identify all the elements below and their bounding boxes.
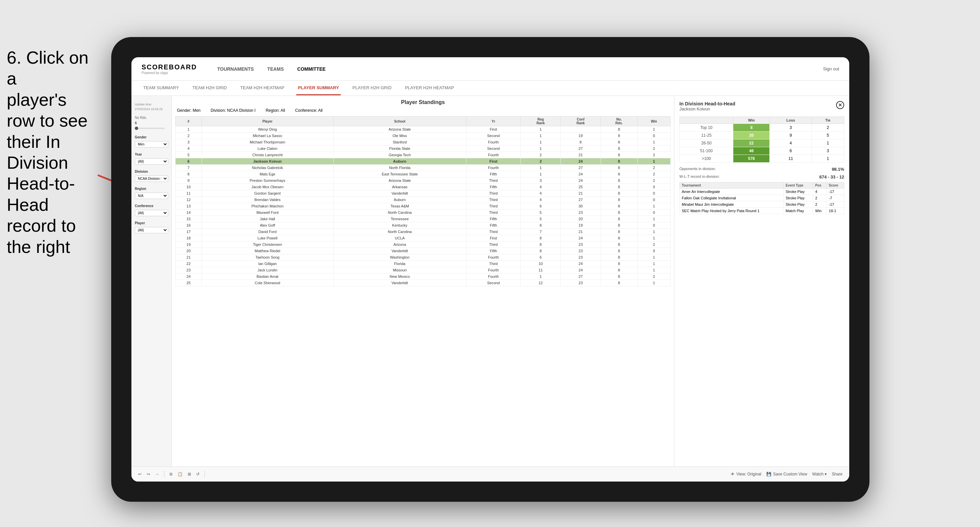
nav-committee[interactable]: COMMITTEE — [297, 65, 326, 73]
cell-reg: 4 — [521, 197, 561, 203]
refresh-btn[interactable]: ↺ — [196, 472, 199, 476]
share-btn[interactable]: Share — [832, 472, 843, 476]
toolbar: ↩ ↪ → ⧉ 📋 ⊞ ↺ 👁 View: Original 💾 Save Cu… — [131, 467, 849, 481]
cell-reg: 4 — [521, 184, 561, 190]
col-player: Player — [202, 116, 333, 126]
h2h-loss: 11 — [770, 155, 812, 163]
cell-win: 0 — [638, 197, 671, 203]
redo-btn[interactable]: ↪ — [146, 472, 150, 476]
player-select[interactable]: (All) — [135, 227, 168, 233]
table-row[interactable]: 24 Bastian Amat New Mexico Fourth 1 27 8… — [176, 273, 671, 280]
table-row[interactable]: 21 Taehoon Song Washington Fourth 6 23 8… — [176, 254, 671, 260]
sign-out-btn[interactable]: Sign out — [823, 66, 839, 71]
toolbar-sep-1 — [164, 471, 164, 478]
cell-school: North Carolina — [333, 210, 466, 216]
table-row[interactable]: 15 Jake Hall Tennessee Fifth 5 20 8 1 — [176, 216, 671, 222]
table-row[interactable]: 14 Maxwell Ford North Carolina Third 5 2… — [176, 210, 671, 216]
cell-reg: 7 — [521, 229, 561, 235]
table-row[interactable]: 25 Cole Sherwood Vanderbilt Second 12 23… — [176, 280, 671, 286]
opponents-label: Opponents in division: — [679, 167, 716, 172]
tour-score: 18-1 — [827, 208, 844, 214]
copy-btn[interactable]: ⧉ — [170, 472, 173, 476]
cell-rds: 8 — [601, 260, 637, 267]
forward-btn[interactable]: → — [155, 472, 159, 476]
wlt-value: 674 - 33 - 12 — [819, 175, 844, 179]
table-row[interactable]: 8 Mats Ege East Tennessee State Fifth 1 … — [176, 171, 671, 178]
table-row[interactable]: 22 Ian Gilligan Florida Third 10 24 8 1 — [176, 260, 671, 267]
h2h-tie: 2 — [812, 124, 844, 132]
cell-player: Wenyi Ding — [202, 126, 333, 133]
table-row[interactable]: 17 David Ford North Carolina Third 7 21 … — [176, 229, 671, 235]
cell-num: 7 — [176, 165, 202, 171]
region-select[interactable]: N/A — [135, 193, 168, 199]
update-value: 27/03/2024 16:56:26 — [135, 108, 168, 111]
player-label: Player — [135, 221, 168, 225]
table-row[interactable]: 13 Phichaksn Maichon Texas A&M Third 6 3… — [176, 203, 671, 210]
table-row[interactable]: 3 Michael Thorbjornsen Stanford Fourth 1… — [176, 139, 671, 146]
slider-track[interactable] — [135, 128, 165, 129]
cell-num: 19 — [176, 241, 202, 248]
table-row[interactable]: 10 Jacob Mox Obesen Arkansas Fifth 4 25 … — [176, 184, 671, 190]
table-row[interactable]: 9 Preston Summerhays Arizona State Third… — [176, 178, 671, 184]
conference-select[interactable]: (All) — [135, 210, 168, 216]
table-row[interactable]: 23 Jack Lundin Missouri Fourth 11 24 8 1 — [176, 267, 671, 273]
table-row[interactable]: 7 Nicholas Gabrelcik North Florida Fourt… — [176, 165, 671, 171]
filter-btn[interactable]: ⊞ — [188, 472, 191, 476]
cell-conf: 19 — [561, 133, 601, 139]
cell-conf: 25 — [561, 184, 601, 190]
cell-player: Jacob Mox Obesen — [202, 184, 333, 190]
h2h-win: 8 — [733, 124, 770, 132]
watch-btn[interactable]: Watch ▾ — [812, 472, 827, 476]
cell-player: Cole Sherwood — [202, 280, 333, 286]
tournament-row: Fallon Oak Collegiate Invitational Strok… — [680, 195, 844, 202]
cell-player: Luke Powell — [202, 235, 333, 241]
save-custom-btn[interactable]: 💾 Save Custom View — [766, 472, 807, 476]
table-row[interactable]: 18 Luke Powell UCLA First 8 24 8 1 — [176, 235, 671, 241]
nav-tournaments[interactable]: TOURNAMENTS — [217, 65, 254, 73]
tour-pos: 4 — [813, 189, 826, 195]
tour-score: -17 — [827, 189, 844, 195]
table-row[interactable]: 19 Tiger Christensen Arizona Third 8 23 … — [176, 241, 671, 248]
table-row[interactable]: 12 Brendan Valdes Auburn Third 4 27 8 0 — [176, 197, 671, 203]
subnav-team-h2h-heatmap[interactable]: TEAM H2H HEATMAP — [239, 81, 286, 95]
cell-reg: 5 — [521, 216, 561, 222]
cell-yr: Fourth — [466, 165, 521, 171]
table-row[interactable]: 6 Jackson Koivun Auburn First 2 24 8 1 — [176, 158, 671, 165]
year-select[interactable]: (All) — [135, 158, 168, 165]
cell-player: Jackson Koivun — [202, 158, 333, 165]
undo-btn[interactable]: ↩ — [138, 472, 142, 476]
table-row[interactable]: 20 Matthew Riedel Vanderbilt Fifth 8 23 … — [176, 248, 671, 254]
cell-rds: 8 — [601, 197, 637, 203]
cell-conf: 24 — [561, 267, 601, 273]
close-button[interactable]: ✕ — [836, 101, 844, 109]
cell-reg: 10 — [521, 260, 561, 267]
paste-btn[interactable]: 📋 — [178, 472, 183, 476]
tour-col-score: Score — [827, 183, 844, 189]
cell-school: New Mexico — [333, 273, 466, 280]
table-row[interactable]: 1 Wenyi Ding Arizona State First 1 8 1 — [176, 126, 671, 133]
table-row[interactable]: 16 Alex Goff Kentucky Fifth 8 19 8 0 — [176, 222, 671, 229]
subnav-team-summary[interactable]: TEAM SUMMARY — [142, 81, 181, 95]
subnav-player-h2h-heatmap[interactable]: PLAYER H2H HEATMAP — [403, 81, 456, 95]
table-row[interactable]: 11 Gordon Sargent Vanderbilt Third 4 21 … — [176, 190, 671, 197]
table-row[interactable]: 5 Christo Lamprecht Georgia Tech Fourth … — [176, 152, 671, 158]
tour-type: Stroke Play — [784, 202, 813, 208]
subnav-team-h2h-grid[interactable]: TEAM H2H GRID — [191, 81, 229, 95]
cell-num: 16 — [176, 222, 202, 229]
nav-teams[interactable]: TEAMS — [267, 65, 284, 73]
table-row[interactable]: 4 Luke Claton Florida State Second 1 27 … — [176, 146, 671, 152]
no-rds-label: No Rds. — [135, 116, 168, 119]
subnav-player-summary[interactable]: PLAYER SUMMARY — [296, 81, 341, 95]
cell-reg: 1 — [521, 139, 561, 146]
sidebar-division: Division NCAA Division I — [135, 170, 168, 182]
subnav-player-h2h-grid[interactable]: PLAYER H2H GRID — [351, 81, 393, 95]
view-original-btn[interactable]: 👁 View: Original — [730, 472, 761, 476]
table-row[interactable]: 2 Michael La Sasso Ole Miss Second 1 19 … — [176, 133, 671, 139]
gender-select[interactable]: Men — [135, 141, 168, 148]
cell-conf: 23 — [561, 254, 601, 260]
toolbar-right: 👁 View: Original 💾 Save Custom View Watc… — [730, 472, 843, 476]
division-select[interactable]: NCAA Division I — [135, 175, 168, 182]
cell-num: 5 — [176, 152, 202, 158]
cell-yr: Fifth — [466, 184, 521, 190]
cell-num: 21 — [176, 254, 202, 260]
